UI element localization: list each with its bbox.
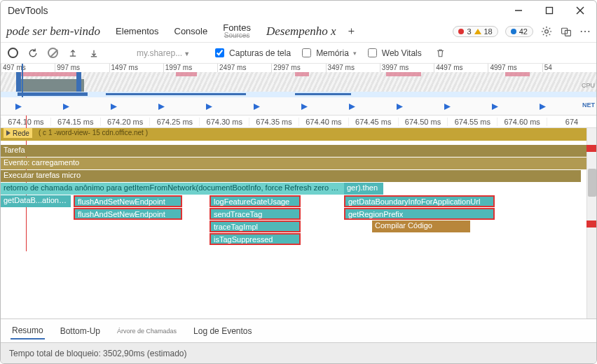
- status-bar: Tempo total de bloqueio: 3502,90ms (esti…: [1, 342, 596, 363]
- rede-label: Rede: [13, 130, 29, 137]
- overview-tick: 3997 ms: [380, 64, 434, 72]
- memory-checkbox[interactable]: Memória▾: [299, 46, 357, 59]
- seg-flush-a[interactable]: flushAndSetNewEndpoint: [74, 195, 182, 207]
- seg-col1[interactable]: getDataB...ationUrl: [1, 195, 71, 207]
- overview-timeline[interactable]: 497 ms997 ms1497 ms1997 ms2497 ms2997 ms…: [1, 64, 596, 97]
- ruler-tick: 674.20 ms: [100, 118, 150, 126]
- webvitals-input[interactable]: [368, 48, 377, 57]
- info-count: 42: [519, 27, 528, 36]
- marker-red: [586, 145, 596, 152]
- row-evento: Evento: carregamento: [1, 158, 586, 170]
- overview-tick: 4497 ms: [434, 64, 488, 72]
- maximize-button[interactable]: [540, 4, 558, 17]
- range-handle-left[interactable]: [16, 72, 21, 92]
- net-tick-icon: [491, 103, 498, 110]
- row-anon: retorno de chamada anônimo para getItemF…: [1, 183, 586, 195]
- screenshots-label: Capturas de tela: [229, 48, 291, 58]
- error-dot-icon: [458, 29, 464, 34]
- status-text: Tempo total de bloqueio: 3502,90ms (esti…: [9, 349, 186, 358]
- net-seg: [295, 93, 351, 95]
- rede-chip[interactable]: Rede: [4, 128, 32, 138]
- seg-boundary[interactable]: getDataBoundaryInfoForApplicationUrl: [344, 195, 495, 207]
- info-dot-icon: [511, 29, 516, 34]
- seg-logfeature[interactable]: logFeatureGateUsage: [210, 195, 301, 207]
- playhead[interactable]: [22, 64, 23, 99]
- site-dropdown[interactable]: my.sharep...▼: [109, 48, 190, 58]
- net-tick-icon: [158, 103, 165, 110]
- row-tarefa: Tarefa: [1, 145, 586, 158]
- net-tick-icon: [15, 103, 22, 110]
- row-5: getDataB...ationUrl flushAndSetNewEndpoi…: [1, 195, 586, 208]
- overview-body[interactable]: CPU: [1, 72, 596, 92]
- svg-marker-13: [301, 104, 308, 110]
- ruler-tick: 674.25 ms: [149, 118, 199, 126]
- info-pill[interactable]: 42: [505, 26, 533, 37]
- net-tick-icon: [62, 103, 69, 110]
- webvitals-label: Web Vitals: [382, 48, 422, 58]
- upload-button[interactable]: [67, 47, 79, 59]
- overview-tick: 1497 ms: [109, 64, 163, 72]
- tab-bottom-up[interactable]: Bottom-Up: [59, 323, 102, 339]
- chevron-down-icon: ▾: [352, 50, 357, 57]
- window-title: DevTools: [5, 5, 509, 16]
- tab-event-log[interactable]: Log de Eventos: [192, 323, 253, 339]
- tab-add[interactable]: +: [346, 24, 355, 38]
- window-controls: [509, 4, 592, 17]
- seg-tarefa[interactable]: Tarefa: [1, 145, 586, 157]
- net-seg: [106, 93, 246, 95]
- download-button[interactable]: [88, 47, 100, 59]
- tab-elements[interactable]: Elementos: [110, 23, 164, 39]
- flame-chart[interactable]: Rede ( c 1 -word-view- 15 cdn.office.net…: [1, 128, 596, 318]
- reload-button[interactable]: [27, 47, 39, 59]
- row-8: isTagSuppressed: [1, 233, 586, 246]
- clear-button[interactable]: [48, 48, 58, 58]
- screenshots-checkbox[interactable]: Capturas de tela: [212, 46, 291, 59]
- warning-count: 18: [484, 27, 493, 36]
- trash-icon[interactable]: [434, 47, 447, 59]
- tab-console[interactable]: Console: [169, 23, 214, 39]
- seg-anon[interactable]: retorno de chamada anônimo para getItemF…: [1, 183, 344, 195]
- ruler-tick: 674: [547, 118, 596, 126]
- svg-marker-18: [540, 104, 546, 110]
- row-micro: Executar tarefas micro: [1, 170, 586, 183]
- tab-performance[interactable]: Desempenho x: [261, 22, 342, 41]
- play-icon: [6, 130, 11, 136]
- overview-tick: 2497 ms: [217, 64, 271, 72]
- cpu-label: CPU: [582, 82, 595, 89]
- memory-label: Memória: [316, 48, 349, 58]
- tab-summary[interactable]: Resumo: [11, 323, 45, 340]
- seg-sendtrace[interactable]: sendTraceTag: [210, 208, 301, 220]
- close-button[interactable]: [571, 4, 589, 17]
- dock-icon[interactable]: [560, 25, 572, 38]
- screenshots-input[interactable]: [215, 48, 224, 57]
- overview-activity: [295, 72, 309, 76]
- overview-activity: [176, 72, 197, 76]
- marker-red: [586, 220, 596, 227]
- seg-flush-b[interactable]: flushAndSetNewEndpoint: [74, 208, 182, 220]
- more-icon[interactable]: ⋯: [579, 25, 592, 38]
- seg-istagsuppressed[interactable]: isTagSuppressed: [210, 233, 301, 245]
- seg-micro[interactable]: Executar tarefas micro: [1, 170, 581, 182]
- svg-marker-16: [444, 104, 451, 110]
- titlebar: DevTools: [1, 1, 596, 20]
- tab-console-label: Console: [174, 26, 208, 36]
- seg-tracetagimpl[interactable]: traceTagImpl: [210, 220, 301, 232]
- range-handle-right[interactable]: [76, 72, 81, 92]
- webvitals-checkbox[interactable]: Web Vitals: [365, 46, 422, 59]
- seg-compile[interactable]: Compilar Código: [372, 220, 470, 232]
- overview-ticks: 497 ms997 ms1497 ms1997 ms2497 ms2997 ms…: [1, 64, 596, 72]
- flame-scrollbar[interactable]: [586, 128, 596, 318]
- seg-region[interactable]: getRegionPrefix: [344, 208, 495, 220]
- record-button[interactable]: [8, 48, 18, 58]
- minimize-button[interactable]: [509, 4, 528, 17]
- tab-call-tree[interactable]: Árvore de Chamadas: [116, 325, 178, 337]
- scrollbar-thumb[interactable]: [588, 169, 596, 197]
- settings-icon[interactable]: [540, 25, 553, 38]
- ruler-tick: 674.30 ms: [199, 118, 249, 126]
- seg-evento[interactable]: Evento: carregamento: [1, 158, 586, 169]
- overview-activity: [386, 72, 421, 76]
- net-tick-icon: [110, 103, 117, 110]
- memory-input[interactable]: [302, 48, 311, 57]
- seg-then[interactable]: ger).then: [344, 183, 383, 195]
- issues-pill[interactable]: 3 18: [453, 26, 497, 37]
